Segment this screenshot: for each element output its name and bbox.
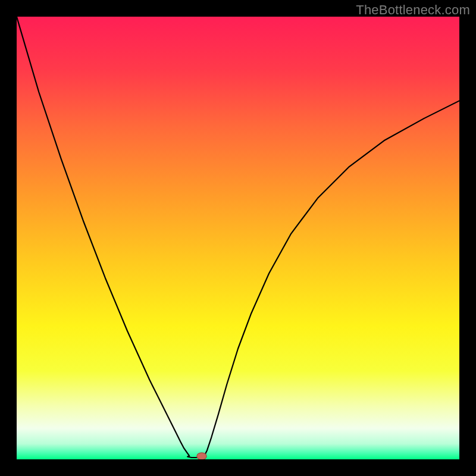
watermark-text: TheBottleneck.com [356,2,470,18]
chart-stage: TheBottleneck.com [0,0,476,476]
plot-area [17,17,459,459]
gradient-background [17,17,459,459]
minimum-marker [197,453,206,459]
plot-svg [17,17,459,459]
